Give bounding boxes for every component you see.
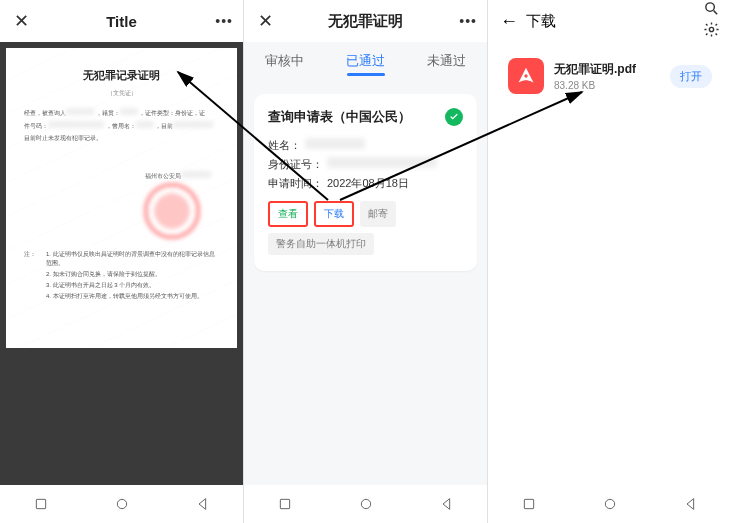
card-title: 查询申请表（中国公民） <box>268 108 411 126</box>
doc-title: 无犯罪记录证明 <box>24 68 219 83</box>
nav-recent-icon[interactable] <box>32 495 50 513</box>
more-icon[interactable]: ••• <box>455 13 477 29</box>
phone-downloads: ← 下载 无犯罪证明.pdf 83.28 KB 打开 <box>488 0 732 523</box>
nav-recent-icon[interactable] <box>520 495 538 513</box>
phone-certificate-app: ✕ 无犯罪证明 ••• 审核中 已通过 未通过 查询申请表（中国公民） 姓名： … <box>244 0 488 523</box>
download-button[interactable]: 下载 <box>314 201 354 227</box>
phone-document-preview: ✕ Title ••• 无犯罪记录证明 （文凭证） 经查，被查询人 ，籍贯： ，… <box>0 0 244 523</box>
nav-back-icon[interactable] <box>438 495 456 513</box>
svg-point-3 <box>361 499 370 508</box>
official-seal-icon <box>141 180 203 242</box>
kiosk-print-button[interactable]: 警务自助一体机打印 <box>268 233 374 255</box>
svg-point-8 <box>605 499 614 508</box>
nav-back-icon[interactable] <box>194 495 212 513</box>
view-button[interactable]: 查看 <box>268 201 308 227</box>
field-apply-time: 申请时间：2022年08月18日 <box>268 176 463 191</box>
file-name: 无犯罪证明.pdf <box>554 61 660 78</box>
download-item[interactable]: 无犯罪证明.pdf 83.28 KB 打开 <box>498 48 722 104</box>
nav-bar <box>0 485 243 523</box>
document-viewport[interactable]: 无犯罪记录证明 （文凭证） 经查，被查询人 ，籍贯： ，证件类型：身份证，证 件… <box>0 42 243 523</box>
tab-approved[interactable]: 已通过 <box>325 42 406 80</box>
search-icon[interactable] <box>703 0 720 21</box>
field-id: 身份证号： <box>268 157 463 172</box>
svg-rect-2 <box>280 499 289 508</box>
doc-notes: 注：1. 此证明书仅反映出具证明时的背景调查中没有的犯罪记录信息范围。 2. 如… <box>24 248 219 303</box>
doc-body-line: 目前时止未发现有犯罪记录。 <box>24 134 219 143</box>
open-button[interactable]: 打开 <box>670 65 712 88</box>
mail-button[interactable]: 邮寄 <box>360 201 396 227</box>
nav-recent-icon[interactable] <box>276 495 294 513</box>
nav-bar <box>488 485 732 523</box>
check-badge-icon <box>445 108 463 126</box>
field-name: 姓名： <box>268 138 463 153</box>
close-icon[interactable]: ✕ <box>254 10 276 32</box>
file-size: 83.28 KB <box>554 80 660 91</box>
page-title: Title <box>32 13 211 30</box>
svg-point-4 <box>706 3 715 12</box>
page-title: 无犯罪证明 <box>276 12 455 31</box>
svg-point-6 <box>524 74 527 77</box>
doc-body-line: 经查，被查询人 ，籍贯： ，证件类型：身份证，证 <box>24 108 219 118</box>
application-card: 查询申请表（中国公民） 姓名： 身份证号： 申请时间：2022年08月18日 查… <box>254 94 477 271</box>
nav-bar <box>244 485 487 523</box>
svg-rect-0 <box>36 499 45 508</box>
tab-rejected[interactable]: 未通过 <box>406 42 487 80</box>
nav-home-icon[interactable] <box>601 495 619 513</box>
svg-point-1 <box>117 499 126 508</box>
settings-gear-icon[interactable] <box>703 21 720 42</box>
header: ← 下载 <box>488 0 732 42</box>
close-icon[interactable]: ✕ <box>10 10 32 32</box>
document-page: 无犯罪记录证明 （文凭证） 经查，被查询人 ，籍贯： ，证件类型：身份证，证 件… <box>6 48 237 348</box>
pdf-file-icon <box>508 58 544 94</box>
header: ✕ 无犯罪证明 ••• <box>244 0 487 42</box>
tab-pending[interactable]: 审核中 <box>244 42 325 80</box>
doc-subtitle: （文凭证） <box>24 89 219 98</box>
back-icon[interactable]: ← <box>500 11 518 32</box>
nav-back-icon[interactable] <box>682 495 700 513</box>
header: ✕ Title ••• <box>0 0 243 42</box>
page-title: 下载 <box>526 12 695 31</box>
nav-home-icon[interactable] <box>357 495 375 513</box>
svg-rect-7 <box>524 499 533 508</box>
svg-point-5 <box>709 27 713 31</box>
nav-home-icon[interactable] <box>113 495 131 513</box>
status-tabs: 审核中 已通过 未通过 <box>244 42 487 80</box>
doc-body-line: 件号码： ，曾用名： ，目前 <box>24 121 219 131</box>
more-icon[interactable]: ••• <box>211 13 233 29</box>
